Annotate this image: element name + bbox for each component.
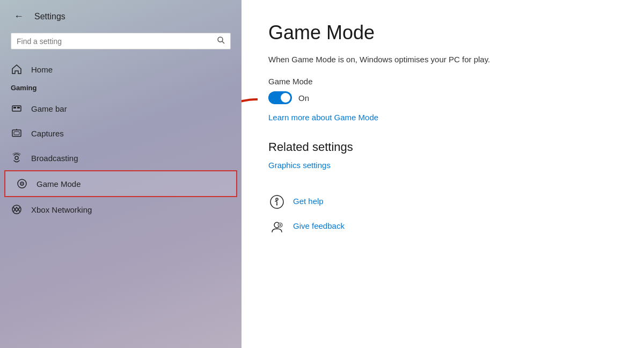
- sidebar-title: Settings: [34, 12, 65, 21]
- main-content: Game Mode When Game Mode is on, Windows …: [241, 0, 644, 348]
- gaming-section-label: Gaming: [0, 82, 241, 96]
- toggle-knob: [281, 93, 290, 103]
- sidebar-header: ← Settings: [0, 0, 241, 28]
- sidebar-item-home-label: Home: [31, 65, 53, 74]
- svg-rect-6: [14, 132, 19, 135]
- arrow-svg: [241, 94, 263, 137]
- back-button[interactable]: ←: [11, 10, 27, 23]
- search-input[interactable]: [17, 37, 217, 46]
- bottom-links: Get help Give feedback: [268, 193, 617, 235]
- annotation-arrow: [241, 94, 263, 139]
- svg-point-12: [12, 205, 21, 214]
- give-feedback-link[interactable]: Give feedback: [293, 221, 345, 230]
- sidebar-item-broadcasting[interactable]: Broadcasting: [0, 146, 241, 170]
- sidebar: ← Settings Home Gaming Game: [0, 0, 241, 348]
- search-icon: [217, 37, 225, 44]
- related-settings-title: Related settings: [268, 140, 617, 154]
- svg-point-15: [276, 198, 278, 200]
- sidebar-item-home[interactable]: Home: [0, 57, 241, 82]
- sidebar-item-game-mode-label: Game Mode: [36, 179, 81, 189]
- xbox-icon: [11, 204, 23, 215]
- give-feedback-icon: [268, 218, 286, 235]
- get-help-row: Get help: [268, 193, 617, 211]
- svg-rect-5: [12, 130, 21, 136]
- sidebar-item-game-bar-label: Game bar: [31, 104, 67, 113]
- svg-point-0: [218, 37, 223, 42]
- sidebar-item-xbox-networking[interactable]: Xbox Networking: [0, 197, 241, 222]
- captures-icon: [11, 127, 23, 139]
- game-mode-icon: [16, 178, 28, 190]
- get-help-icon: [268, 193, 286, 211]
- sidebar-item-xbox-networking-label: Xbox Networking: [31, 205, 92, 214]
- search-box: [11, 33, 231, 49]
- game-mode-toggle-row: On: [268, 91, 617, 104]
- home-icon: [11, 63, 23, 75]
- get-help-link[interactable]: Get help: [293, 197, 324, 206]
- sidebar-item-captures-label: Captures: [31, 129, 64, 138]
- give-feedback-row: Give feedback: [268, 218, 617, 235]
- svg-point-11: [21, 183, 23, 184]
- sidebar-item-captures[interactable]: Captures: [0, 121, 241, 146]
- toggle-state-label: On: [298, 93, 309, 103]
- page-title: Game Mode: [268, 21, 617, 44]
- svg-point-16: [276, 204, 277, 205]
- sidebar-item-game-bar[interactable]: Game bar: [0, 96, 241, 121]
- svg-rect-4: [17, 107, 20, 108]
- game-mode-description: When Game Mode is on, Windows optimises …: [268, 55, 617, 64]
- graphics-settings-link[interactable]: Graphics settings: [268, 161, 331, 170]
- svg-rect-3: [13, 107, 16, 108]
- sidebar-item-broadcasting-label: Broadcasting: [31, 154, 78, 163]
- sidebar-item-game-mode[interactable]: Game Mode: [4, 170, 237, 197]
- game-mode-setting-label: Game Mode: [268, 77, 617, 86]
- game-mode-toggle[interactable]: [268, 91, 292, 104]
- svg-point-8: [15, 156, 18, 160]
- svg-line-1: [222, 41, 224, 44]
- search-icon-button[interactable]: [217, 37, 225, 46]
- broadcasting-icon: [11, 152, 23, 164]
- game-bar-icon: [11, 103, 23, 114]
- learn-more-link[interactable]: Learn more about Game Mode: [268, 113, 378, 122]
